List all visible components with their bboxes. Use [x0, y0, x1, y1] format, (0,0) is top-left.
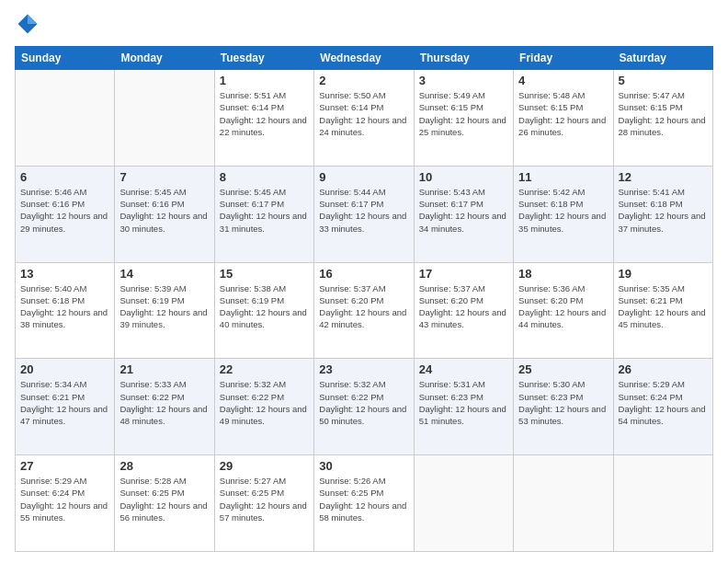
- calendar-day-cell: 15Sunrise: 5:38 AMSunset: 6:19 PMDayligh…: [214, 262, 313, 359]
- calendar-day-cell: 28Sunrise: 5:28 AMSunset: 6:25 PMDayligh…: [115, 455, 214, 552]
- day-info: Sunrise: 5:51 AMSunset: 6:14 PMDaylight:…: [220, 89, 309, 138]
- calendar-day-cell: 5Sunrise: 5:47 AMSunset: 6:15 PMDaylight…: [613, 70, 712, 167]
- calendar-week-row: 27Sunrise: 5:29 AMSunset: 6:24 PMDayligh…: [16, 455, 713, 552]
- calendar-day-cell: 3Sunrise: 5:49 AMSunset: 6:15 PMDaylight…: [414, 70, 513, 167]
- day-of-week-header: Monday: [115, 47, 214, 70]
- calendar-day-cell: [16, 70, 115, 167]
- day-number: 11: [518, 170, 608, 184]
- day-info: Sunrise: 5:35 AMSunset: 6:21 PMDaylight:…: [619, 282, 708, 331]
- day-info: Sunrise: 5:46 AMSunset: 6:16 PMDaylight:…: [20, 186, 109, 235]
- calendar-day-cell: 9Sunrise: 5:44 AMSunset: 6:17 PMDaylight…: [314, 166, 414, 262]
- day-number: 30: [319, 459, 408, 473]
- calendar-day-cell: 17Sunrise: 5:37 AMSunset: 6:20 PMDayligh…: [414, 262, 513, 359]
- day-info: Sunrise: 5:33 AMSunset: 6:22 PMDaylight:…: [119, 378, 209, 427]
- day-info: Sunrise: 5:29 AMSunset: 6:24 PMDaylight:…: [20, 475, 109, 523]
- day-number: 13: [20, 267, 109, 281]
- day-number: 20: [20, 362, 109, 376]
- calendar-header-row: SundayMondayTuesdayWednesdayThursdayFrid…: [16, 47, 713, 70]
- day-info: Sunrise: 5:27 AMSunset: 6:25 PMDaylight:…: [220, 475, 309, 523]
- day-number: 5: [619, 74, 708, 87]
- day-number: 14: [119, 267, 209, 281]
- day-number: 21: [119, 362, 209, 376]
- day-number: 16: [319, 267, 408, 281]
- day-number: 24: [419, 362, 508, 376]
- calendar-day-cell: 11Sunrise: 5:42 AMSunset: 6:18 PMDayligh…: [514, 166, 613, 262]
- day-info: Sunrise: 5:39 AMSunset: 6:19 PMDaylight:…: [119, 282, 209, 331]
- day-info: Sunrise: 5:34 AMSunset: 6:21 PMDaylight:…: [20, 378, 109, 427]
- day-of-week-header: Sunday: [16, 47, 115, 70]
- calendar-day-cell: 1Sunrise: 5:51 AMSunset: 6:14 PMDaylight…: [214, 70, 313, 167]
- calendar-week-row: 6Sunrise: 5:46 AMSunset: 6:16 PMDaylight…: [16, 166, 713, 262]
- day-info: Sunrise: 5:32 AMSunset: 6:22 PMDaylight:…: [319, 378, 408, 427]
- day-number: 4: [518, 74, 608, 87]
- day-info: Sunrise: 5:38 AMSunset: 6:19 PMDaylight:…: [220, 282, 309, 331]
- calendar-day-cell: 24Sunrise: 5:31 AMSunset: 6:23 PMDayligh…: [414, 359, 513, 455]
- calendar-day-cell: 30Sunrise: 5:26 AMSunset: 6:25 PMDayligh…: [314, 455, 414, 552]
- day-number: 18: [518, 267, 608, 281]
- day-number: 17: [419, 267, 508, 281]
- day-info: Sunrise: 5:37 AMSunset: 6:20 PMDaylight:…: [419, 282, 508, 331]
- header: [15, 11, 713, 37]
- day-number: 28: [119, 459, 209, 473]
- day-number: 29: [220, 459, 309, 473]
- day-info: Sunrise: 5:31 AMSunset: 6:23 PMDaylight:…: [419, 378, 508, 427]
- day-of-week-header: Wednesday: [314, 47, 414, 70]
- day-info: Sunrise: 5:45 AMSunset: 6:17 PMDaylight:…: [220, 186, 309, 235]
- calendar-day-cell: 2Sunrise: 5:50 AMSunset: 6:14 PMDaylight…: [314, 70, 414, 167]
- calendar-week-row: 13Sunrise: 5:40 AMSunset: 6:18 PMDayligh…: [16, 262, 713, 359]
- calendar-week-row: 1Sunrise: 5:51 AMSunset: 6:14 PMDaylight…: [16, 70, 713, 167]
- day-number: 12: [619, 170, 708, 184]
- page: SundayMondayTuesdayWednesdayThursdayFrid…: [0, 0, 728, 563]
- day-number: 9: [319, 170, 408, 184]
- calendar-day-cell: 19Sunrise: 5:35 AMSunset: 6:21 PMDayligh…: [613, 262, 712, 359]
- day-number: 26: [619, 362, 708, 376]
- calendar-day-cell: 25Sunrise: 5:30 AMSunset: 6:23 PMDayligh…: [514, 359, 613, 455]
- logo: [15, 11, 44, 37]
- calendar-day-cell: 6Sunrise: 5:46 AMSunset: 6:16 PMDaylight…: [16, 166, 115, 262]
- calendar-day-cell: 26Sunrise: 5:29 AMSunset: 6:24 PMDayligh…: [613, 359, 712, 455]
- day-info: Sunrise: 5:48 AMSunset: 6:15 PMDaylight:…: [518, 89, 608, 138]
- calendar-day-cell: 29Sunrise: 5:27 AMSunset: 6:25 PMDayligh…: [214, 455, 313, 552]
- day-number: 25: [518, 362, 608, 376]
- day-info: Sunrise: 5:49 AMSunset: 6:15 PMDaylight:…: [419, 89, 508, 138]
- day-info: Sunrise: 5:44 AMSunset: 6:17 PMDaylight:…: [319, 186, 408, 235]
- day-number: 10: [419, 170, 508, 184]
- calendar-day-cell: 12Sunrise: 5:41 AMSunset: 6:18 PMDayligh…: [613, 166, 712, 262]
- calendar-day-cell: 7Sunrise: 5:45 AMSunset: 6:16 PMDaylight…: [115, 166, 214, 262]
- calendar-day-cell: [514, 455, 613, 552]
- svg-marker-1: [28, 15, 38, 25]
- day-number: 23: [319, 362, 408, 376]
- day-number: 8: [220, 170, 309, 184]
- day-of-week-header: Saturday: [613, 47, 712, 70]
- day-number: 2: [319, 74, 408, 87]
- calendar-day-cell: [115, 70, 214, 167]
- day-info: Sunrise: 5:36 AMSunset: 6:20 PMDaylight:…: [518, 282, 608, 331]
- calendar-day-cell: 22Sunrise: 5:32 AMSunset: 6:22 PMDayligh…: [214, 359, 313, 455]
- calendar-day-cell: 20Sunrise: 5:34 AMSunset: 6:21 PMDayligh…: [16, 359, 115, 455]
- calendar-day-cell: [414, 455, 513, 552]
- day-of-week-header: Friday: [514, 47, 613, 70]
- calendar-day-cell: 16Sunrise: 5:37 AMSunset: 6:20 PMDayligh…: [314, 262, 414, 359]
- calendar-day-cell: [613, 455, 712, 552]
- day-info: Sunrise: 5:29 AMSunset: 6:24 PMDaylight:…: [619, 378, 708, 427]
- calendar-day-cell: 14Sunrise: 5:39 AMSunset: 6:19 PMDayligh…: [115, 262, 214, 359]
- day-number: 15: [220, 267, 309, 281]
- day-info: Sunrise: 5:28 AMSunset: 6:25 PMDaylight:…: [119, 475, 209, 523]
- day-info: Sunrise: 5:43 AMSunset: 6:17 PMDaylight:…: [419, 186, 508, 235]
- day-number: 6: [20, 170, 109, 184]
- day-info: Sunrise: 5:50 AMSunset: 6:14 PMDaylight:…: [319, 89, 408, 138]
- day-number: 1: [220, 74, 309, 87]
- calendar-day-cell: 18Sunrise: 5:36 AMSunset: 6:20 PMDayligh…: [514, 262, 613, 359]
- day-number: 3: [419, 74, 508, 87]
- calendar-day-cell: 21Sunrise: 5:33 AMSunset: 6:22 PMDayligh…: [115, 359, 214, 455]
- day-info: Sunrise: 5:26 AMSunset: 6:25 PMDaylight:…: [319, 475, 408, 523]
- calendar-day-cell: 27Sunrise: 5:29 AMSunset: 6:24 PMDayligh…: [16, 455, 115, 552]
- day-number: 19: [619, 267, 708, 281]
- day-of-week-header: Thursday: [414, 47, 513, 70]
- calendar-day-cell: 10Sunrise: 5:43 AMSunset: 6:17 PMDayligh…: [414, 166, 513, 262]
- day-info: Sunrise: 5:37 AMSunset: 6:20 PMDaylight:…: [319, 282, 408, 331]
- day-info: Sunrise: 5:42 AMSunset: 6:18 PMDaylight:…: [518, 186, 608, 235]
- day-number: 7: [119, 170, 209, 184]
- day-number: 22: [220, 362, 309, 376]
- calendar-week-row: 20Sunrise: 5:34 AMSunset: 6:21 PMDayligh…: [16, 359, 713, 455]
